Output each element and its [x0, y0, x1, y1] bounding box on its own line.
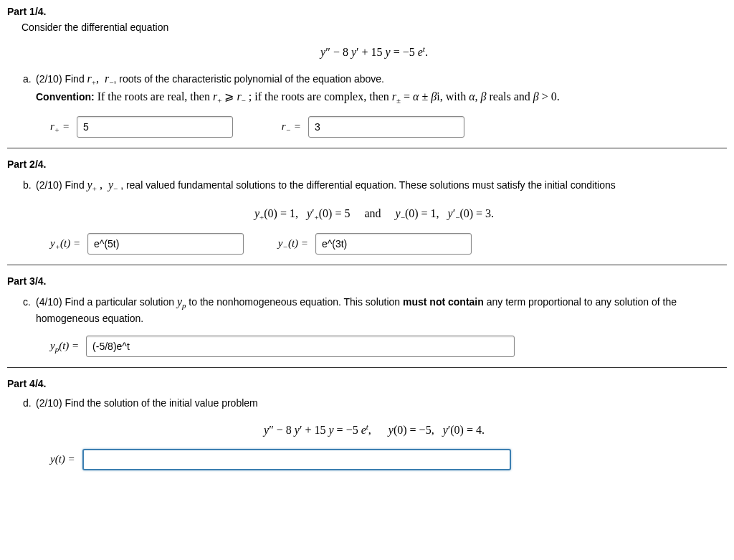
yplus-label: y+(t) =: [50, 237, 80, 251]
part1-equation: y″ − 8 y′ + 15 y = −5 et.: [22, 44, 727, 60]
part3-item-c: c.(4/10) Find a particular solution yp t…: [36, 294, 727, 326]
part-4-header: Part 4/4.: [7, 378, 727, 389]
yminus-label: y−(t) =: [278, 237, 308, 251]
yplus-input[interactable]: [87, 233, 244, 255]
y-label: y(t) =: [50, 453, 75, 465]
rplus-input[interactable]: [77, 116, 233, 138]
part1-item-a: a.(2/10) Find r+, r−, roots of the chara…: [36, 71, 727, 106]
rminus-input[interactable]: [308, 116, 464, 138]
yminus-input[interactable]: [315, 233, 472, 255]
part1-intro: Consider the differential equation: [22, 22, 727, 33]
rminus-label: r− =: [282, 120, 301, 134]
part4-item-d: d.(2/10) Find the solution of the initia…: [36, 397, 727, 411]
part-1-header: Part 1/4.: [7, 6, 727, 17]
part2-item-b: b.(2/10) Find y+ , y− , real valued fund…: [36, 177, 727, 195]
y-input[interactable]: [82, 449, 511, 470]
rplus-label: r+ =: [50, 120, 70, 134]
yp-input[interactable]: [86, 336, 515, 357]
part-2-header: Part 2/4.: [7, 158, 727, 170]
part4-ivp-equation: y″ − 8 y′ + 15 y = −5 et, y(0) = −5, y′(…: [22, 422, 727, 437]
part-3-header: Part 3/4.: [7, 275, 727, 287]
yp-label: yp(t) =: [50, 340, 79, 353]
part2-ic-equation: y+(0) = 1, y′+(0) = 5 and y−(0) = 1, y′−…: [22, 207, 727, 222]
